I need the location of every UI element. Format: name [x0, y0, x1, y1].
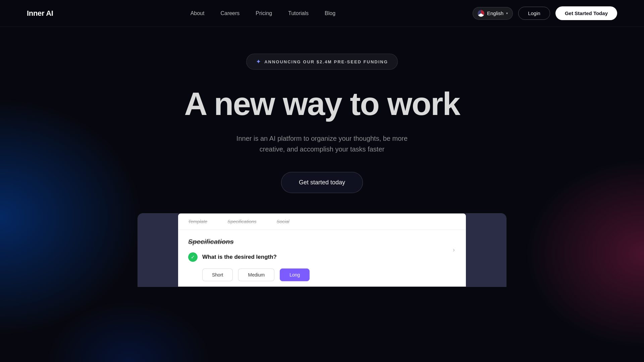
app-tab-social[interactable]: Social	[276, 219, 289, 224]
nav-link-about[interactable]: About	[191, 10, 205, 16]
hero-subtitle: Inner is an AI platform to organize your…	[228, 133, 416, 155]
app-tab-specifications[interactable]: Specifications	[227, 219, 256, 224]
nav-link-pricing[interactable]: Pricing	[256, 10, 272, 16]
sparkle-icon: ✦	[256, 58, 261, 65]
hero-section: ✦ ANNOUNCING OUR $2.4M PRE-SEED FUNDING …	[0, 27, 644, 193]
nav-links: About Careers Pricing Tutorials Blog	[191, 10, 335, 16]
brand-logo[interactable]: Inner AI	[27, 9, 53, 18]
app-question: What is the desired length?	[202, 254, 277, 260]
app-tabs: Template Specifications Social	[178, 214, 466, 230]
app-content: Specifications ✓ What is the desired len…	[178, 230, 466, 287]
flag-icon	[478, 10, 484, 17]
app-right-panel	[466, 214, 506, 287]
navbar: Inner AI About Careers Pricing Tutorials…	[0, 0, 644, 27]
app-tab-template[interactable]: Template	[188, 219, 207, 224]
chevron-down-icon: ▾	[506, 11, 508, 15]
language-label: English	[487, 10, 503, 16]
app-question-row: ✓ What is the desired length?	[188, 252, 456, 262]
check-icon: ✓	[188, 252, 198, 262]
nav-link-careers[interactable]: Careers	[220, 10, 239, 16]
hero-title: A new way to work	[184, 87, 460, 121]
app-option-medium[interactable]: Medium	[238, 268, 274, 281]
announcement-text: ANNOUNCING OUR $2.4M PRE-SEED FUNDING	[264, 59, 388, 64]
announcement-badge[interactable]: ✦ ANNOUNCING OUR $2.4M PRE-SEED FUNDING	[246, 54, 398, 70]
next-arrow-icon[interactable]: ›	[448, 245, 459, 255]
app-option-long[interactable]: Long	[280, 268, 310, 281]
language-selector[interactable]: English ▾	[473, 7, 513, 20]
app-preview: Template Specifications Social Specifica…	[138, 213, 506, 287]
app-preview-inner: Template Specifications Social Specifica…	[178, 214, 466, 287]
app-sidebar	[138, 214, 178, 287]
app-section-title: Specifications	[188, 238, 456, 246]
app-option-short[interactable]: Short	[202, 268, 233, 281]
nav-actions: English ▾ Login Get Started Today	[473, 6, 617, 20]
app-options: Short Medium Long	[202, 268, 456, 281]
nav-link-tutorials[interactable]: Tutorials	[288, 10, 309, 16]
hero-cta-button[interactable]: Get started today	[281, 172, 363, 193]
get-started-nav-button[interactable]: Get Started Today	[555, 6, 617, 20]
nav-link-blog[interactable]: Blog	[325, 10, 335, 16]
login-button[interactable]: Login	[518, 7, 550, 20]
